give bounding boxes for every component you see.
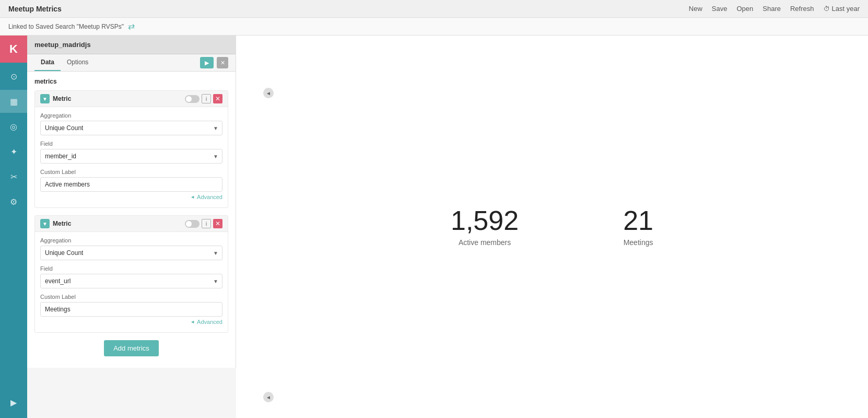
metric2-remove-button[interactable]: ✕	[213, 219, 222, 228]
metric-stat-1: 1,592 Active members	[451, 207, 519, 247]
last-year-filter[interactable]: ⏱ Last year	[824, 5, 860, 13]
metric1-name: Metric	[53, 95, 71, 102]
clock-icon: ⏱	[824, 5, 830, 13]
app-title: Meetup Metrics	[8, 5, 62, 13]
metric2-toggle[interactable]	[185, 220, 200, 228]
metric2-content: Aggregation Unique Count Count Sum Avera…	[35, 232, 228, 332]
metric1-advanced-link[interactable]: Advanced	[40, 192, 222, 202]
metric-desc-1: Active members	[451, 238, 519, 247]
metric2-field-label: Field	[40, 265, 222, 272]
metric1-toggle[interactable]	[185, 95, 200, 103]
metric-stat-2: 21 Meetings	[623, 207, 653, 247]
sidebar-item-tools[interactable]: ✂	[0, 165, 27, 188]
sidebar-item-chart[interactable]: ▦	[0, 90, 27, 113]
metric-block-1: ▼ Metric i ✕ Aggregation U	[34, 90, 228, 208]
panel-wrapper: meetup_madridjs Data Options ▶ ✕ metrics	[27, 36, 236, 418]
sidebar-item-home[interactable]: ⊙	[0, 65, 27, 88]
metric1-aggregation-wrap: Unique Count Count Sum Average Min Max ▼	[40, 121, 222, 135]
metric1-aggregation-label: Aggregation	[40, 112, 222, 119]
sidebar-item-badge[interactable]: ✦	[0, 140, 27, 163]
metric1-actions: i ✕	[185, 94, 222, 103]
metric1-remove-button[interactable]: ✕	[213, 94, 222, 103]
metric2-collapse-button[interactable]: ▼	[40, 219, 50, 228]
metric2-custom-label-input[interactable]	[40, 302, 222, 317]
panel-collapse-bottom-button[interactable]: ◄	[263, 392, 274, 402]
tab-data[interactable]: Data	[34, 54, 61, 71]
settings-icon: ⚙	[10, 197, 17, 207]
metric-value-2: 21	[623, 207, 653, 234]
panel-collapse-top-button[interactable]: ◄	[263, 88, 274, 98]
chart-icon: ▦	[10, 97, 18, 107]
refresh-button[interactable]: Refresh	[790, 5, 814, 13]
share-button[interactable]: Share	[763, 5, 781, 13]
subtitle-text: Linked to Saved Search "Meetup RVSPs"	[8, 23, 124, 30]
metric2-advanced-link[interactable]: Advanced	[40, 317, 222, 327]
add-metrics-button[interactable]: Add metrics	[104, 340, 159, 356]
home-icon: ⊙	[10, 72, 17, 82]
metric1-field-wrap: member_id event_url name ▼	[40, 149, 222, 164]
metric2-info-button[interactable]: i	[202, 219, 211, 228]
section-metrics-title: metrics	[34, 78, 228, 85]
sidebar-icons: K ⊙ ▦ ◎ ✦ ✂ ⚙ ▶	[0, 36, 27, 418]
run-button[interactable]: ▶	[200, 57, 214, 68]
sidebar-play-button[interactable]: ▶	[0, 391, 27, 414]
metric2-aggregation-label: Aggregation	[40, 237, 222, 243]
panel-header: meetup_madridjs	[27, 36, 236, 54]
metrics-display: 1,592 Active members 21 Meetings	[451, 207, 653, 247]
panel-tab-actions: ▶ ✕	[200, 57, 228, 68]
metric2-aggregation-wrap: Unique Count Count Sum Average Min Max ▼	[40, 246, 222, 260]
tab-options[interactable]: Options	[61, 54, 95, 71]
source-name: meetup_madridjs	[34, 41, 91, 49]
metric-label-row-1: ▼ Metric	[40, 94, 71, 103]
metric-block-2: ▼ Metric i ✕ Aggregation U	[34, 215, 228, 333]
metric-desc-2: Meetings	[623, 238, 653, 247]
metric2-aggregation-select[interactable]: Unique Count Count Sum Average Min Max	[40, 246, 222, 260]
metric1-content: Aggregation Unique Count Count Sum Avera…	[35, 107, 228, 207]
new-button[interactable]: New	[689, 5, 702, 13]
main-layout: K ⊙ ▦ ◎ ✦ ✂ ⚙ ▶ meetup_madridjs	[0, 36, 868, 418]
close-panel-button[interactable]: ✕	[217, 57, 228, 68]
metric2-field-wrap: event_url member_id name ▼	[40, 274, 222, 288]
subtitle-bar: Linked to Saved Search "Meetup RVSPs" ⇄	[0, 18, 868, 36]
play-icon: ▶	[10, 398, 17, 408]
metric2-name: Metric	[53, 220, 71, 227]
metric1-aggregation-select[interactable]: Unique Count Count Sum Average Min Max	[40, 121, 222, 135]
link-icon[interactable]: ⇄	[128, 21, 135, 31]
metric1-custom-label-label: Custom Label	[40, 169, 222, 175]
open-button[interactable]: Open	[736, 5, 753, 13]
tools-icon: ✂	[10, 172, 17, 182]
metric2-actions: i ✕	[185, 219, 222, 228]
metrics-panel: meetup_madridjs Data Options ▶ ✕ metrics	[27, 36, 236, 368]
clock-nav-icon: ◎	[10, 122, 17, 132]
metric-value-1: 1,592	[451, 207, 519, 234]
metric-header-1: ▼ Metric i ✕	[35, 91, 228, 107]
metric1-info-button[interactable]: i	[202, 94, 211, 103]
metric1-custom-label-input[interactable]	[40, 177, 222, 192]
metric1-field-select[interactable]: member_id event_url name	[40, 149, 222, 164]
panel-tabs: Data Options ▶ ✕	[27, 54, 236, 72]
top-bar: Meetup Metrics New Save Open Share Refre…	[0, 0, 868, 18]
metric2-field-select[interactable]: event_url member_id name	[40, 274, 222, 288]
save-button[interactable]: Save	[712, 5, 728, 13]
sidebar-item-clock[interactable]: ◎	[0, 115, 27, 138]
sidebar-item-settings[interactable]: ⚙	[0, 190, 27, 213]
top-actions: New Save Open Share Refresh ⏱ Last year	[689, 5, 860, 13]
metric1-collapse-button[interactable]: ▼	[40, 94, 50, 103]
metric-header-2: ▼ Metric i ✕	[35, 216, 228, 232]
metric-label-row-2: ▼ Metric	[40, 219, 71, 228]
badge-icon: ✦	[10, 147, 17, 157]
main-content: 1,592 Active members 21 Meetings	[236, 36, 868, 418]
metric1-field-label: Field	[40, 141, 222, 147]
metric2-custom-label-label: Custom Label	[40, 294, 222, 300]
panel-body: metrics ▼ Metric i ✕	[27, 72, 236, 368]
logo-button[interactable]: K	[0, 36, 27, 63]
